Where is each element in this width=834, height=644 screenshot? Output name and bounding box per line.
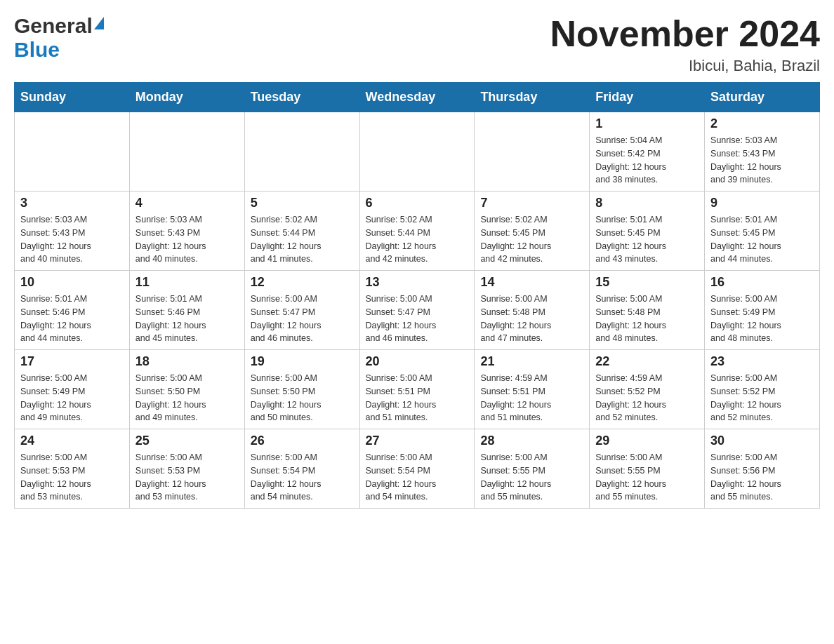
- calendar-cell: 9Sunrise: 5:01 AM Sunset: 5:45 PM Daylig…: [705, 192, 820, 271]
- day-number: 30: [710, 434, 814, 448]
- day-of-week-header: Tuesday: [244, 83, 359, 112]
- month-title: November 2024: [550, 14, 820, 54]
- day-number: 21: [480, 354, 583, 369]
- day-info: Sunrise: 5:03 AM Sunset: 5:43 PM Dayligh…: [135, 213, 239, 266]
- title-block: November 2024 Ibicui, Bahia, Brazil: [550, 14, 820, 75]
- days-of-week-row: SundayMondayTuesdayWednesdayThursdayFrid…: [15, 83, 820, 112]
- day-info: Sunrise: 5:00 AM Sunset: 5:52 PM Dayligh…: [710, 372, 814, 424]
- day-number: 22: [595, 354, 699, 369]
- calendar-cell: 21Sunrise: 4:59 AM Sunset: 5:51 PM Dayli…: [475, 350, 590, 429]
- day-info: Sunrise: 5:00 AM Sunset: 5:50 PM Dayligh…: [251, 372, 354, 424]
- calendar-cell: 13Sunrise: 5:00 AM Sunset: 5:47 PM Dayli…: [359, 271, 475, 350]
- calendar-cell: [475, 112, 590, 192]
- logo-general-text: General: [14, 14, 93, 38]
- logo-arrow-icon: [94, 17, 104, 29]
- day-number: 9: [710, 196, 814, 210]
- day-number: 23: [710, 354, 814, 369]
- day-number: 26: [251, 434, 354, 448]
- day-of-week-header: Sunday: [15, 83, 130, 112]
- day-info: Sunrise: 5:02 AM Sunset: 5:44 PM Dayligh…: [366, 213, 469, 266]
- week-row: 24Sunrise: 5:00 AM Sunset: 5:53 PM Dayli…: [15, 429, 820, 509]
- calendar-cell: 14Sunrise: 5:00 AM Sunset: 5:48 PM Dayli…: [475, 271, 590, 350]
- week-row: 1Sunrise: 5:04 AM Sunset: 5:42 PM Daylig…: [15, 112, 820, 192]
- day-of-week-header: Monday: [129, 83, 244, 112]
- day-number: 15: [595, 275, 699, 290]
- day-number: 25: [135, 434, 239, 448]
- day-info: Sunrise: 5:00 AM Sunset: 5:55 PM Dayligh…: [480, 451, 583, 504]
- logo-blue-text: Blue: [14, 38, 60, 62]
- calendar-cell: 30Sunrise: 5:00 AM Sunset: 5:56 PM Dayli…: [705, 429, 820, 509]
- calendar-cell: 6Sunrise: 5:02 AM Sunset: 5:44 PM Daylig…: [359, 192, 475, 271]
- day-info: Sunrise: 5:00 AM Sunset: 5:51 PM Dayligh…: [366, 372, 469, 424]
- day-info: Sunrise: 5:00 AM Sunset: 5:56 PM Dayligh…: [710, 451, 814, 504]
- day-info: Sunrise: 5:00 AM Sunset: 5:48 PM Dayligh…: [480, 293, 583, 345]
- day-info: Sunrise: 5:01 AM Sunset: 5:46 PM Dayligh…: [20, 293, 124, 345]
- location-text: Ibicui, Bahia, Brazil: [550, 57, 820, 75]
- day-info: Sunrise: 5:00 AM Sunset: 5:53 PM Dayligh…: [20, 451, 124, 504]
- calendar-cell: 12Sunrise: 5:00 AM Sunset: 5:47 PM Dayli…: [244, 271, 359, 350]
- calendar-body: 1Sunrise: 5:04 AM Sunset: 5:42 PM Daylig…: [15, 112, 820, 509]
- day-info: Sunrise: 5:03 AM Sunset: 5:43 PM Dayligh…: [20, 213, 124, 266]
- calendar-cell: 4Sunrise: 5:03 AM Sunset: 5:43 PM Daylig…: [129, 192, 244, 271]
- calendar-cell: 26Sunrise: 5:00 AM Sunset: 5:54 PM Dayli…: [244, 429, 359, 509]
- day-info: Sunrise: 5:00 AM Sunset: 5:47 PM Dayligh…: [251, 293, 354, 345]
- calendar-cell: 7Sunrise: 5:02 AM Sunset: 5:45 PM Daylig…: [475, 192, 590, 271]
- day-number: 18: [135, 354, 239, 369]
- day-number: 14: [480, 275, 583, 290]
- day-number: 1: [595, 116, 699, 131]
- day-number: 19: [251, 354, 354, 369]
- day-info: Sunrise: 4:59 AM Sunset: 5:52 PM Dayligh…: [595, 372, 699, 424]
- day-number: 17: [20, 354, 124, 369]
- day-of-week-header: Friday: [590, 83, 705, 112]
- day-info: Sunrise: 5:00 AM Sunset: 5:54 PM Dayligh…: [366, 451, 469, 504]
- day-number: 10: [20, 275, 124, 290]
- day-of-week-header: Thursday: [475, 83, 590, 112]
- day-info: Sunrise: 4:59 AM Sunset: 5:51 PM Dayligh…: [480, 372, 583, 424]
- day-of-week-header: Wednesday: [359, 83, 475, 112]
- day-info: Sunrise: 5:00 AM Sunset: 5:49 PM Dayligh…: [710, 293, 814, 345]
- calendar-cell: [15, 112, 130, 192]
- day-info: Sunrise: 5:04 AM Sunset: 5:42 PM Dayligh…: [595, 134, 699, 187]
- calendar-cell: 18Sunrise: 5:00 AM Sunset: 5:50 PM Dayli…: [129, 350, 244, 429]
- calendar-cell: 8Sunrise: 5:01 AM Sunset: 5:45 PM Daylig…: [590, 192, 705, 271]
- day-number: 8: [595, 196, 699, 210]
- calendar-cell: 1Sunrise: 5:04 AM Sunset: 5:42 PM Daylig…: [590, 112, 705, 192]
- week-row: 10Sunrise: 5:01 AM Sunset: 5:46 PM Dayli…: [15, 271, 820, 350]
- day-info: Sunrise: 5:00 AM Sunset: 5:54 PM Dayligh…: [251, 451, 354, 504]
- logo: General Blue: [14, 14, 104, 62]
- week-row: 3Sunrise: 5:03 AM Sunset: 5:43 PM Daylig…: [15, 192, 820, 271]
- day-number: 20: [366, 354, 469, 369]
- calendar-cell: 29Sunrise: 5:00 AM Sunset: 5:55 PM Dayli…: [590, 429, 705, 509]
- day-number: 29: [595, 434, 699, 448]
- day-number: 7: [480, 196, 583, 210]
- calendar-cell: 19Sunrise: 5:00 AM Sunset: 5:50 PM Dayli…: [244, 350, 359, 429]
- calendar-cell: 25Sunrise: 5:00 AM Sunset: 5:53 PM Dayli…: [129, 429, 244, 509]
- week-row: 17Sunrise: 5:00 AM Sunset: 5:49 PM Dayli…: [15, 350, 820, 429]
- day-info: Sunrise: 5:01 AM Sunset: 5:46 PM Dayligh…: [135, 293, 239, 345]
- day-info: Sunrise: 5:01 AM Sunset: 5:45 PM Dayligh…: [595, 213, 699, 266]
- day-number: 11: [135, 275, 239, 290]
- day-info: Sunrise: 5:01 AM Sunset: 5:45 PM Dayligh…: [710, 213, 814, 266]
- calendar-cell: 15Sunrise: 5:00 AM Sunset: 5:48 PM Dayli…: [590, 271, 705, 350]
- day-number: 5: [251, 196, 354, 210]
- calendar-header: SundayMondayTuesdayWednesdayThursdayFrid…: [15, 83, 820, 112]
- calendar-cell: 22Sunrise: 4:59 AM Sunset: 5:52 PM Dayli…: [590, 350, 705, 429]
- calendar-cell: 20Sunrise: 5:00 AM Sunset: 5:51 PM Dayli…: [359, 350, 475, 429]
- calendar-cell: 27Sunrise: 5:00 AM Sunset: 5:54 PM Dayli…: [359, 429, 475, 509]
- calendar-cell: 5Sunrise: 5:02 AM Sunset: 5:44 PM Daylig…: [244, 192, 359, 271]
- day-number: 27: [366, 434, 469, 448]
- day-number: 6: [366, 196, 469, 210]
- day-info: Sunrise: 5:00 AM Sunset: 5:53 PM Dayligh…: [135, 451, 239, 504]
- day-info: Sunrise: 5:00 AM Sunset: 5:47 PM Dayligh…: [366, 293, 469, 345]
- day-number: 4: [135, 196, 239, 210]
- day-number: 2: [710, 116, 814, 131]
- calendar-cell: [129, 112, 244, 192]
- day-info: Sunrise: 5:02 AM Sunset: 5:45 PM Dayligh…: [480, 213, 583, 266]
- calendar-cell: 10Sunrise: 5:01 AM Sunset: 5:46 PM Dayli…: [15, 271, 130, 350]
- calendar-cell: [244, 112, 359, 192]
- day-of-week-header: Saturday: [705, 83, 820, 112]
- calendar-cell: 28Sunrise: 5:00 AM Sunset: 5:55 PM Dayli…: [475, 429, 590, 509]
- calendar-cell: 2Sunrise: 5:03 AM Sunset: 5:43 PM Daylig…: [705, 112, 820, 192]
- day-info: Sunrise: 5:03 AM Sunset: 5:43 PM Dayligh…: [710, 134, 814, 187]
- day-number: 16: [710, 275, 814, 290]
